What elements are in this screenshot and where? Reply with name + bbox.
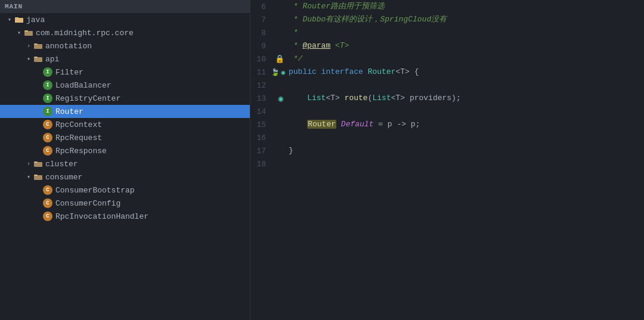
rpcresponse-label: RpcResponse (55, 147, 107, 156)
code-line-12: 12 (250, 79, 644, 92)
line-content-13: List<T> route(List<T> providers); (286, 92, 644, 105)
code-line-13: 13 ◉ List<T> route(List<T> providers); (250, 92, 644, 105)
line-num-13: 13 (250, 94, 273, 103)
consumerconfig-label: ConsumerConfig (55, 199, 120, 208)
annotation-label: annotation (45, 42, 92, 51)
rpccontext-label: RpcContext (55, 120, 102, 129)
file-tree: main ▾ java ▾ com.midnight.rpc.core › an… (0, 0, 250, 320)
sidebar-item-rpcinvocationhandler[interactable]: C RpcInvocationHandler (0, 210, 250, 223)
java-label: java (26, 15, 45, 24)
badge-rpcrequest: C (43, 133, 52, 142)
badge-rpcresponse: C (43, 146, 52, 156)
code-editor: 6 * Router路由用于预筛选 7 * Dubbo有这样的设计，Spring… (250, 0, 644, 320)
line-content-8: * (286, 26, 644, 39)
router-label: Router (55, 107, 83, 116)
folder-annotation-icon (33, 41, 43, 51)
svg-rect-10 (34, 162, 42, 167)
code-line-11: 11 🍃 ◉ public interface Router<T> { (250, 66, 644, 79)
code-line-14: 14 (250, 105, 644, 118)
arrow-api: ▾ (24, 54, 33, 64)
sidebar-item-java[interactable]: ▾ java (0, 13, 250, 26)
badge-router: I (43, 107, 52, 116)
code-line-15: 15 Router Default = p -> p; (250, 118, 644, 131)
sidebar-item-loadbalancer[interactable]: I LoadBalancer (0, 79, 250, 92)
line-content-7: * Dubbo有这样的设计，SpringCloud没有 (286, 13, 644, 26)
line-content-6: * Router路由用于预筛选 (286, 0, 644, 13)
line-num-11: 11 (250, 68, 273, 77)
code-line-16: 16 (250, 131, 644, 144)
code-line-6: 6 * Router路由用于预筛选 (250, 0, 644, 13)
arrow-consumer: ▾ (24, 172, 33, 182)
folder-cluster-icon (33, 159, 43, 169)
consumer-label: consumer (45, 173, 82, 182)
sidebar-item-consumerconfig[interactable]: C ConsumerConfig (0, 197, 250, 210)
filter-label: Filter (55, 68, 83, 77)
line-content-15: Router Default = p -> p; (286, 118, 644, 131)
line-content-11: public interface Router<T> { (286, 66, 644, 79)
sidebar-item-rpccontext[interactable]: C RpcContext (0, 118, 250, 131)
badge-rpccontext: C (43, 120, 52, 129)
svg-rect-4 (24, 31, 33, 36)
impl-icon-11: ◉ (281, 69, 285, 76)
svg-rect-12 (34, 175, 42, 180)
api-label: api (45, 55, 59, 64)
gutter-13: ◉ (273, 94, 286, 104)
svg-rect-8 (34, 57, 42, 62)
loadbalancer-label: LoadBalancer (55, 81, 112, 90)
badge-consumerconfig: C (43, 198, 52, 208)
line-num-17: 17 (250, 147, 273, 156)
badge-rpcinvocationhandler: C (43, 212, 52, 221)
line-num-15: 15 (250, 120, 273, 129)
sidebar-item-filter[interactable]: I Filter (0, 66, 250, 79)
folder-api-icon (33, 54, 43, 64)
com-label: com.midnight.rpc.core (36, 29, 134, 38)
leaf-icon-11: 🍃 (271, 68, 280, 77)
line-num-10: 10 (250, 55, 273, 64)
rpcinvocationhandler-label: RpcInvocationHandler (55, 212, 148, 221)
registrycenter-label: RegistryCenter (55, 94, 120, 103)
rpcrequest-label: RpcRequest (55, 133, 102, 142)
arrow-com: ▾ (14, 28, 24, 38)
sidebar-item-router[interactable]: I Router (0, 105, 250, 118)
sidebar-item-com-midnight[interactable]: ▾ com.midnight.rpc.core (0, 26, 250, 39)
line-num-14: 14 (250, 107, 273, 116)
line-num-9: 9 (250, 42, 273, 51)
line-num-12: 12 (250, 81, 273, 90)
line-num-8: 8 (250, 29, 273, 38)
code-line-10: 10 🔒 */ (250, 52, 644, 66)
line-num-18: 18 (250, 160, 273, 169)
arrow-annotation: › (24, 41, 33, 51)
line-num-7: 7 (250, 15, 273, 24)
badge-consumerbootstrap: C (43, 185, 52, 195)
folder-com-icon (24, 28, 33, 38)
gutter-11: 🍃 ◉ (273, 68, 286, 77)
gutter-10: 🔒 (273, 54, 286, 64)
arrow-java: ▾ (5, 15, 14, 24)
code-line-17: 17 } (250, 144, 644, 157)
sidebar-header: main (0, 0, 250, 13)
consumerbootstrap-label: ConsumerBootstrap (55, 186, 135, 195)
badge-filter: I (43, 67, 52, 77)
sidebar-item-rpcrequest[interactable]: C RpcRequest (0, 131, 250, 144)
sidebar-item-cluster[interactable]: › cluster (0, 157, 250, 170)
sidebar-item-registrycenter[interactable]: I RegistryCenter (0, 92, 250, 105)
folder-java-icon (14, 15, 24, 24)
code-line-9: 9 * @param <T> (250, 39, 644, 52)
folder-consumer-icon (33, 172, 43, 182)
badge-loadbalancer: I (43, 80, 52, 90)
code-line-7: 7 * Dubbo有这样的设计，SpringCloud没有 (250, 13, 644, 26)
sidebar-item-consumerbootstrap[interactable]: C ConsumerBootstrap (0, 184, 250, 197)
svg-rect-6 (34, 44, 42, 49)
code-line-18: 18 (250, 157, 644, 170)
line-content-17: } (286, 144, 644, 157)
sidebar-item-annotation[interactable]: › annotation (0, 39, 250, 52)
line-content-10: */ (286, 52, 644, 66)
line-num-6: 6 (250, 2, 273, 11)
sidebar-item-api[interactable]: ▾ api (0, 52, 250, 66)
line-content-9: * @param <T> (286, 39, 644, 52)
sidebar-item-consumer[interactable]: ▾ consumer (0, 170, 250, 184)
svg-rect-2 (15, 18, 23, 23)
badge-registrycenter: I (43, 94, 52, 103)
sidebar-item-rpcresponse[interactable]: C RpcResponse (0, 144, 250, 157)
code-line-8: 8 * (250, 26, 644, 39)
